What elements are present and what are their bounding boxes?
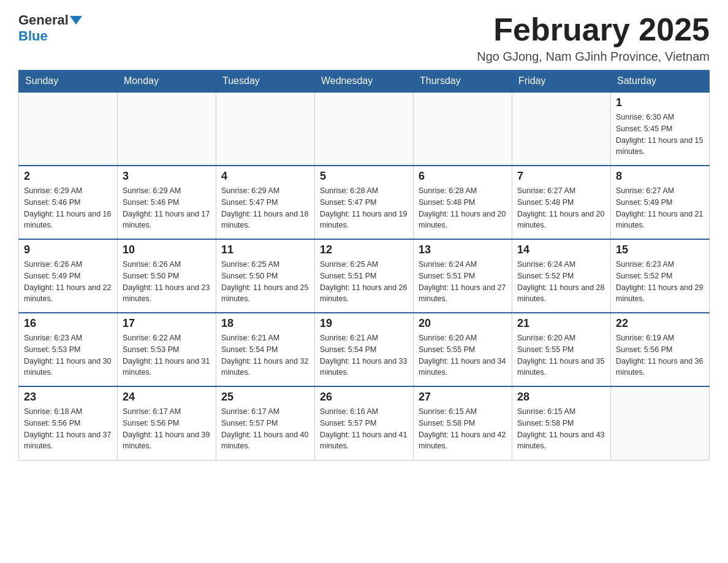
calendar-cell: 10Sunrise: 6:26 AMSunset: 5:50 PMDayligh…	[118, 239, 216, 313]
week-row-2: 2Sunrise: 6:29 AMSunset: 5:46 PMDaylight…	[19, 166, 710, 239]
calendar-cell: 3Sunrise: 6:29 AMSunset: 5:46 PMDaylight…	[118, 166, 216, 239]
day-of-week-saturday: Saturday	[611, 71, 710, 93]
day-info: Sunrise: 6:20 AMSunset: 5:55 PMDaylight:…	[419, 332, 507, 378]
calendar-cell	[19, 92, 118, 166]
day-info: Sunrise: 6:26 AMSunset: 5:49 PMDaylight:…	[24, 259, 112, 305]
day-number: 22	[616, 317, 704, 330]
day-info: Sunrise: 6:29 AMSunset: 5:46 PMDaylight:…	[24, 185, 112, 231]
day-of-week-thursday: Thursday	[414, 71, 512, 93]
calendar-cell: 5Sunrise: 6:28 AMSunset: 5:47 PMDaylight…	[315, 166, 414, 239]
logo: General Blue	[18, 12, 83, 44]
day-info: Sunrise: 6:23 AMSunset: 5:53 PMDaylight:…	[24, 332, 112, 378]
day-number: 17	[123, 317, 211, 330]
calendar-cell: 16Sunrise: 6:23 AMSunset: 5:53 PMDayligh…	[19, 313, 118, 386]
days-of-week-row: SundayMondayTuesdayWednesdayThursdayFrid…	[19, 71, 710, 93]
calendar-cell	[414, 92, 512, 166]
calendar-cell: 27Sunrise: 6:15 AMSunset: 5:58 PMDayligh…	[414, 386, 512, 460]
calendar-cell: 19Sunrise: 6:21 AMSunset: 5:54 PMDayligh…	[315, 313, 414, 386]
day-info: Sunrise: 6:30 AMSunset: 5:45 PMDaylight:…	[616, 112, 704, 158]
day-info: Sunrise: 6:19 AMSunset: 5:56 PMDaylight:…	[616, 332, 704, 378]
day-number: 6	[419, 170, 507, 183]
calendar-cell: 1Sunrise: 6:30 AMSunset: 5:45 PMDaylight…	[611, 92, 710, 166]
logo-general-text: General	[18, 12, 69, 28]
day-number: 18	[221, 317, 309, 330]
logo-blue-text: Blue	[18, 28, 48, 44]
week-row-5: 23Sunrise: 6:18 AMSunset: 5:56 PMDayligh…	[19, 386, 710, 460]
day-number: 16	[24, 317, 112, 330]
day-number: 24	[123, 391, 211, 404]
day-number: 14	[517, 243, 605, 256]
day-info: Sunrise: 6:17 AMSunset: 5:57 PMDaylight:…	[221, 406, 309, 452]
calendar-cell: 2Sunrise: 6:29 AMSunset: 5:46 PMDaylight…	[19, 166, 118, 239]
day-info: Sunrise: 6:20 AMSunset: 5:55 PMDaylight:…	[517, 332, 605, 378]
calendar-cell: 28Sunrise: 6:15 AMSunset: 5:58 PMDayligh…	[512, 386, 611, 460]
day-of-week-friday: Friday	[512, 71, 611, 93]
day-number: 25	[221, 391, 309, 404]
day-number: 19	[320, 317, 408, 330]
day-number: 2	[24, 170, 112, 183]
day-number: 9	[24, 243, 112, 256]
calendar-cell: 21Sunrise: 6:20 AMSunset: 5:55 PMDayligh…	[512, 313, 611, 386]
calendar-cell: 18Sunrise: 6:21 AMSunset: 5:54 PMDayligh…	[216, 313, 315, 386]
day-info: Sunrise: 6:21 AMSunset: 5:54 PMDaylight:…	[320, 332, 408, 378]
calendar-cell: 26Sunrise: 6:16 AMSunset: 5:57 PMDayligh…	[315, 386, 414, 460]
calendar-cell: 22Sunrise: 6:19 AMSunset: 5:56 PMDayligh…	[611, 313, 710, 386]
location-title: Ngo GJong, Nam GJinh Province, Vietnam	[477, 50, 710, 64]
calendar-cell	[118, 92, 216, 166]
calendar-cell: 25Sunrise: 6:17 AMSunset: 5:57 PMDayligh…	[216, 386, 315, 460]
month-title: February 2025	[477, 12, 710, 47]
calendar-cell	[216, 92, 315, 166]
day-number: 23	[24, 391, 112, 404]
day-info: Sunrise: 6:27 AMSunset: 5:49 PMDaylight:…	[616, 185, 704, 231]
day-number: 15	[616, 243, 704, 256]
day-number: 4	[221, 170, 309, 183]
calendar-cell: 11Sunrise: 6:25 AMSunset: 5:50 PMDayligh…	[216, 239, 315, 313]
day-number: 28	[517, 391, 605, 404]
day-of-week-wednesday: Wednesday	[315, 71, 414, 93]
calendar-cell: 7Sunrise: 6:27 AMSunset: 5:48 PMDaylight…	[512, 166, 611, 239]
day-number: 3	[123, 170, 211, 183]
calendar-cell	[611, 386, 710, 460]
day-info: Sunrise: 6:27 AMSunset: 5:48 PMDaylight:…	[517, 185, 605, 231]
day-info: Sunrise: 6:25 AMSunset: 5:51 PMDaylight:…	[320, 259, 408, 305]
page-header: General Blue February 2025 Ngo GJong, Na…	[18, 12, 710, 64]
day-info: Sunrise: 6:17 AMSunset: 5:56 PMDaylight:…	[123, 406, 211, 452]
day-info: Sunrise: 6:28 AMSunset: 5:48 PMDaylight:…	[419, 185, 507, 231]
calendar-cell: 13Sunrise: 6:24 AMSunset: 5:51 PMDayligh…	[414, 239, 512, 313]
day-info: Sunrise: 6:26 AMSunset: 5:50 PMDaylight:…	[123, 259, 211, 305]
calendar-cell: 9Sunrise: 6:26 AMSunset: 5:49 PMDaylight…	[19, 239, 118, 313]
day-info: Sunrise: 6:15 AMSunset: 5:58 PMDaylight:…	[517, 406, 605, 452]
day-number: 10	[123, 243, 211, 256]
calendar-cell	[512, 92, 611, 166]
logo-arrow-icon	[70, 16, 82, 25]
day-number: 7	[517, 170, 605, 183]
day-info: Sunrise: 6:28 AMSunset: 5:47 PMDaylight:…	[320, 185, 408, 231]
day-number: 1	[616, 96, 704, 109]
calendar-cell: 8Sunrise: 6:27 AMSunset: 5:49 PMDaylight…	[611, 166, 710, 239]
day-info: Sunrise: 6:15 AMSunset: 5:58 PMDaylight:…	[419, 406, 507, 452]
day-info: Sunrise: 6:24 AMSunset: 5:51 PMDaylight:…	[419, 259, 507, 305]
day-info: Sunrise: 6:23 AMSunset: 5:52 PMDaylight:…	[616, 259, 704, 305]
calendar-cell: 17Sunrise: 6:22 AMSunset: 5:53 PMDayligh…	[118, 313, 216, 386]
week-row-1: 1Sunrise: 6:30 AMSunset: 5:45 PMDaylight…	[19, 92, 710, 166]
calendar-cell: 12Sunrise: 6:25 AMSunset: 5:51 PMDayligh…	[315, 239, 414, 313]
calendar-cell: 4Sunrise: 6:29 AMSunset: 5:47 PMDaylight…	[216, 166, 315, 239]
day-number: 20	[419, 317, 507, 330]
day-number: 26	[320, 391, 408, 404]
day-info: Sunrise: 6:21 AMSunset: 5:54 PMDaylight:…	[221, 332, 309, 378]
day-info: Sunrise: 6:29 AMSunset: 5:47 PMDaylight:…	[221, 185, 309, 231]
calendar-cell: 24Sunrise: 6:17 AMSunset: 5:56 PMDayligh…	[118, 386, 216, 460]
day-info: Sunrise: 6:18 AMSunset: 5:56 PMDaylight:…	[24, 406, 112, 452]
day-info: Sunrise: 6:25 AMSunset: 5:50 PMDaylight:…	[221, 259, 309, 305]
calendar-cell	[315, 92, 414, 166]
title-block: February 2025 Ngo GJong, Nam GJinh Provi…	[477, 12, 710, 64]
week-row-3: 9Sunrise: 6:26 AMSunset: 5:49 PMDaylight…	[19, 239, 710, 313]
day-number: 5	[320, 170, 408, 183]
day-info: Sunrise: 6:16 AMSunset: 5:57 PMDaylight:…	[320, 406, 408, 452]
day-of-week-tuesday: Tuesday	[216, 71, 315, 93]
calendar-cell: 6Sunrise: 6:28 AMSunset: 5:48 PMDaylight…	[414, 166, 512, 239]
day-number: 21	[517, 317, 605, 330]
week-row-4: 16Sunrise: 6:23 AMSunset: 5:53 PMDayligh…	[19, 313, 710, 386]
calendar-cell: 14Sunrise: 6:24 AMSunset: 5:52 PMDayligh…	[512, 239, 611, 313]
day-number: 13	[419, 243, 507, 256]
